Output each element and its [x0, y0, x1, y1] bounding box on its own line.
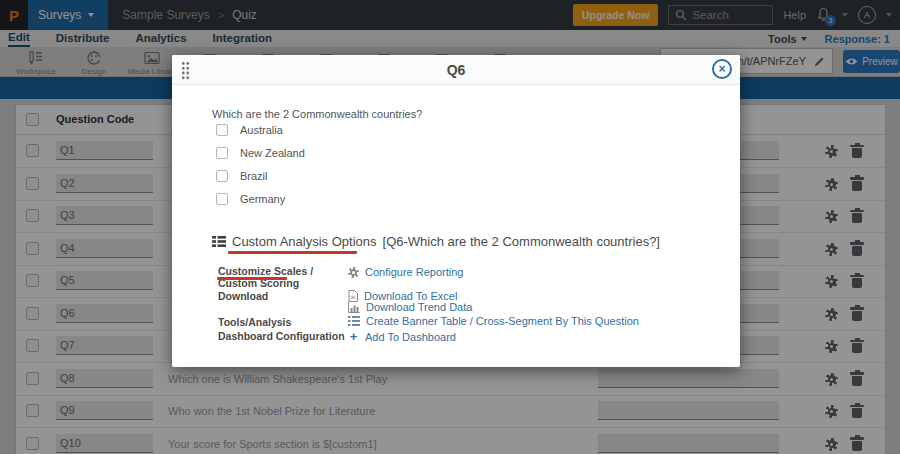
answer-option: Brazil: [216, 169, 268, 183]
custom-analysis-heading-text: Custom Analysis Options: [232, 234, 377, 249]
option-checkbox[interactable]: [216, 170, 228, 182]
table-list-icon: [212, 235, 226, 248]
link-label: Create Banner Table / Cross-Segment By T…: [366, 315, 639, 327]
option-checkbox[interactable]: [216, 124, 228, 136]
modal-question-text: Which are the 2 Commonwealth countries?: [212, 108, 422, 120]
analysis-category-label: Dashboard Configuration: [218, 330, 348, 342]
plus-icon: [348, 329, 359, 344]
question-detail-modal: Q6 Which are the 2 Commonwealth countrie…: [172, 55, 740, 367]
link-label: Configure Reporting: [365, 266, 463, 278]
questionpro-app: P Surveys Sample Surveys > Quiz Upgrade …: [0, 0, 900, 454]
configure-reporting-link[interactable]: Configure Reporting: [348, 266, 463, 278]
add-to-dashboard-link[interactable]: Add To Dashboard: [348, 329, 456, 344]
link-label: Add To Dashboard: [365, 331, 456, 343]
option-checkbox[interactable]: [216, 193, 228, 205]
create-banner-table-link[interactable]: Create Banner Table / Cross-Segment By T…: [348, 315, 639, 327]
option-label: Australia: [240, 124, 283, 136]
banner-table-icon: [348, 316, 360, 326]
modal-header: Q6: [172, 55, 740, 85]
option-checkbox[interactable]: [216, 147, 228, 159]
custom-analysis-heading: Custom Analysis Options [Q6-Which are th…: [212, 234, 660, 249]
bar-chart-icon: [348, 302, 360, 313]
cogs-icon: [348, 267, 359, 278]
custom-analysis-heading-suffix: [Q6-Which are the 2 Commonwealth countri…: [383, 234, 660, 249]
analysis-category-label: Tools/Analysis: [218, 316, 348, 328]
close-icon[interactable]: [712, 59, 732, 79]
answer-option: New Zealand: [216, 146, 305, 160]
option-label: Brazil: [240, 170, 268, 182]
answer-option: Germany: [216, 192, 285, 206]
option-label: New Zealand: [240, 147, 305, 159]
modal-title: Q6: [172, 62, 740, 78]
link-label: Download Trend Data: [366, 301, 472, 313]
option-label: Germany: [240, 193, 285, 205]
analysis-category-label: Download: [218, 290, 348, 302]
annotation-underline: [228, 251, 357, 254]
answer-option: Australia: [216, 123, 283, 137]
annotation-underline: [217, 277, 287, 280]
download-trend-data-link[interactable]: Download Trend Data: [348, 301, 472, 313]
